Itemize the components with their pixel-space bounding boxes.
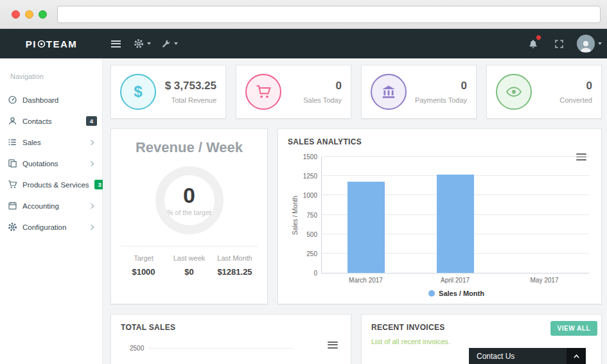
x-tick-label: April 2017: [410, 277, 500, 284]
revenue-last-month: Last Month $1281.25: [212, 254, 258, 277]
chevron-right-icon: [89, 203, 94, 208]
total-sales-axis: 2500: [121, 345, 341, 352]
gear-icon: [8, 222, 17, 232]
total-sales-title: TOTAL SALES: [121, 323, 341, 332]
legend-label: Sales / Month: [439, 290, 484, 297]
stat-value: 0: [303, 80, 342, 92]
y-tick-label: 0: [313, 270, 317, 277]
y-tick-label: 1000: [303, 192, 317, 199]
sidebar-item-configuration[interactable]: Configuration: [0, 216, 102, 238]
stat-card-sales-today: 0 Sales Today: [236, 65, 351, 119]
x-tick-label: March 2017: [321, 277, 410, 284]
brand-target-icon: [37, 40, 46, 48]
sales-chart-plot: 0250500750100012501500: [321, 157, 589, 273]
eye-icon: [496, 74, 532, 110]
navbar-spacer: [183, 29, 520, 58]
dollar-icon: $: [120, 74, 156, 110]
gear-icon: [134, 39, 144, 49]
browser-chrome: [0, 0, 607, 29]
sidebar-item-accounting[interactable]: Accounting: [0, 195, 102, 216]
chevron-up-icon[interactable]: [567, 348, 586, 364]
recent-invoices-subtitle: List of all recent invoices.: [371, 338, 592, 345]
stat-card-payments-today: 0 Payments Today: [361, 65, 477, 119]
window-minimize-button[interactable]: [25, 10, 33, 19]
y-tick-label: 250: [306, 250, 317, 257]
expand-icon: [554, 39, 564, 49]
copy-icon: [8, 159, 17, 168]
sales-chart-xaxis: March 2017April 2017May 2017: [321, 277, 589, 284]
gauge-caption: % of the target: [167, 209, 211, 216]
sidebar-item-dashboard[interactable]: Dashboard: [0, 89, 102, 110]
contact-us-bar[interactable]: Contact Us: [469, 348, 586, 364]
chart-menu-icon[interactable]: [326, 339, 340, 351]
middle-row: Revenue / Week 0 % of the target Target …: [110, 128, 602, 304]
stat-value: 0: [559, 80, 592, 92]
sales-analytics-card: SALES ANALYTICS Sales / Month 0250500750…: [277, 128, 602, 304]
stat-label: Payments Today: [415, 96, 467, 104]
fullscreen-button[interactable]: [546, 29, 572, 58]
brand-logo[interactable]: PI TEAM: [0, 29, 103, 58]
url-bar[interactable]: [57, 6, 601, 23]
stat-label: Converted: [559, 96, 592, 104]
stat-value: $ 3,753.25: [165, 80, 216, 92]
user-menu-button[interactable]: [572, 29, 607, 58]
y-tick-label: 1250: [303, 173, 317, 180]
chevron-down-icon: [147, 42, 151, 45]
settings-dropdown-button[interactable]: [128, 29, 156, 58]
legend-marker: [428, 290, 435, 297]
x-tick-label: May 2017: [500, 277, 589, 284]
tools-dropdown-button[interactable]: [156, 29, 183, 58]
y-tick-label: 750: [306, 211, 317, 218]
window-close-button[interactable]: [12, 10, 20, 19]
chart-legend[interactable]: Sales / Month: [321, 290, 592, 297]
person-icon: [8, 116, 17, 126]
y-tick-label: 1500: [303, 153, 317, 160]
bar-march-2017: [347, 182, 385, 273]
list-icon: [8, 137, 17, 147]
y-axis-label: Sales / Month: [292, 196, 299, 235]
chevron-right-icon: [89, 139, 94, 144]
bank-icon: [371, 74, 407, 110]
sidebar-item-contacts[interactable]: Contacts 4: [0, 110, 102, 132]
sales-analytics-title: SALES ANALYTICS: [288, 137, 592, 146]
stat-card-total-revenue: $ $ 3,753.25 Total Revenue: [110, 65, 226, 119]
stat-cards-row: $ $ 3,753.25 Total Revenue 0 Sales Today…: [110, 65, 602, 119]
sidebar-item-quotations[interactable]: Quotations: [0, 153, 102, 174]
hamburger-icon: [111, 39, 121, 49]
revenue-target: Target $1000: [121, 254, 166, 277]
sidebar-item-sales[interactable]: Sales: [0, 132, 102, 153]
chevron-down-icon: [598, 42, 602, 45]
notifications-button[interactable]: [520, 29, 546, 58]
view-all-button[interactable]: VIEW ALL: [550, 321, 597, 336]
sales-chart: Sales / Month 0250500750100012501500 Mar…: [288, 157, 592, 297]
stat-label: Total Revenue: [165, 96, 216, 104]
gridline: [149, 348, 293, 349]
stat-card-converted: 0 Converted: [486, 65, 602, 119]
user-avatar-icon: [577, 35, 595, 53]
gauge-value: 0: [183, 184, 195, 206]
y-tick-label: 2500: [130, 345, 144, 352]
revenue-last-week: Last week $0: [166, 254, 212, 277]
sidebar-toggle-button[interactable]: [103, 29, 128, 58]
window-controls: [12, 10, 47, 19]
contact-us-label: Contact Us: [477, 352, 515, 361]
revenue-stats: Target $1000 Last week $0 Last Month $12…: [121, 246, 258, 277]
top-navbar: PI TEAM: [0, 29, 607, 58]
notification-badge: [536, 35, 541, 40]
cart-icon: [8, 180, 17, 189]
sidebar-item-products-services[interactable]: Products & Services 3: [0, 174, 102, 195]
window-zoom-button[interactable]: [39, 10, 47, 19]
brand-suffix: TEAM: [46, 39, 78, 49]
sidebar-section-label: Navigation: [0, 58, 102, 89]
revenue-gauge: 0 % of the target: [155, 166, 224, 234]
y-tick-label: 500: [306, 230, 317, 238]
gridline: [322, 156, 589, 157]
chevron-right-icon: [89, 160, 94, 166]
sidebar: Navigation Dashboard Contacts 4 Sales: [0, 58, 103, 364]
dashboard-icon: [8, 95, 17, 105]
revenue-week-title: Revenue / Week: [121, 139, 258, 156]
chevron-down-icon: [174, 42, 178, 45]
contacts-badge: 4: [86, 116, 97, 126]
cart-icon: [245, 74, 281, 110]
total-sales-card: TOTAL SALES 2500: [110, 314, 351, 364]
